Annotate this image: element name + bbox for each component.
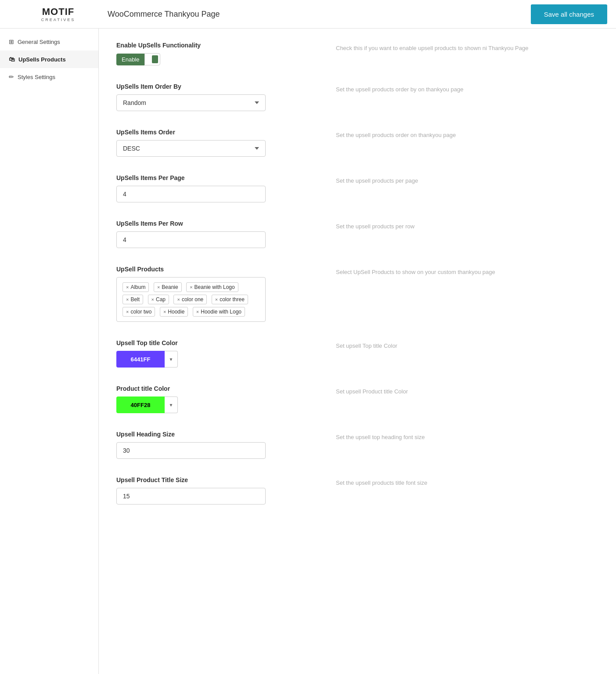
sidebar-item-label-upsells: UpSells Products — [18, 56, 66, 63]
section-enable-upsells: Enable UpSells Functionality Enable Chec… — [116, 42, 598, 65]
pen-icon: ✏ — [9, 73, 14, 80]
settings-left-products: UpSell Products ×Album ×Beanie ×Beanie w… — [116, 266, 310, 322]
settings-left-product-title-size: Upsell Product Title Size — [116, 476, 310, 505]
settings-left-product-title-color: Product title Color 40FF28 ▼ — [116, 385, 310, 413]
input-per-page[interactable] — [116, 186, 266, 202]
tag-beanie: ×Beanie — [154, 282, 182, 292]
tag-remove-belt[interactable]: × — [126, 297, 129, 302]
main-layout: ⊞ General Settings 🛍 UpSells Products ✏ … — [0, 29, 616, 674]
settings-left-heading-size: Upsell Heading Size — [116, 431, 310, 459]
hint-product-title-size: Set the upsell products title font size — [310, 476, 598, 505]
toggle-switch[interactable] — [144, 53, 160, 65]
section-per-page: UpSells Items Per Page Set the upsell pr… — [116, 174, 598, 202]
settings-left-per-row: UpSells Items Per Row — [116, 220, 310, 248]
sidebar-item-upsells-products[interactable]: 🛍 UpSells Products — [0, 50, 98, 68]
color-value-product-title: 40FF28 — [131, 402, 151, 408]
tag-remove-album[interactable]: × — [126, 285, 129, 290]
sidebar-item-label-styles: Styles Settings — [18, 74, 55, 80]
tag-remove-color-two[interactable]: × — [126, 309, 129, 314]
label-heading-size: Upsell Heading Size — [116, 431, 310, 438]
section-product-title-color: Product title Color 40FF28 ▼ Set upsell … — [116, 385, 598, 413]
hint-order: Set the upsell products order on thankyo… — [310, 129, 598, 157]
label-order-by: UpSells Item Order By — [116, 83, 310, 90]
input-product-title-size[interactable] — [116, 488, 266, 505]
sidebar-item-styles-settings[interactable]: ✏ Styles Settings — [0, 68, 98, 86]
hint-per-row: Set the upsell products per row — [310, 220, 598, 248]
settings-left-enable: Enable UpSells Functionality Enable — [116, 42, 310, 65]
section-order: UpSells Items Order DESC ASC Set the ups… — [116, 129, 598, 157]
tag-remove-beanie-logo[interactable]: × — [190, 285, 192, 290]
tag-remove-hoodie-logo[interactable]: × — [196, 309, 199, 314]
hint-product-title-color: Set upsell Product title Color — [310, 385, 598, 413]
page-title: WooCommerce Thankyou Page — [108, 10, 220, 19]
logo-creatives: CREATIVES — [41, 18, 75, 22]
color-swatch-row-product: 40FF28 ▼ — [116, 396, 310, 413]
settings-left-order: UpSells Items Order DESC ASC — [116, 129, 310, 157]
toggle-knob — [152, 55, 158, 63]
input-heading-size[interactable] — [116, 442, 266, 459]
settings-left-top-title-color: Upsell Top title Color 6441FF ▼ — [116, 339, 310, 368]
color-swatch-row-top: 6441FF ▼ — [116, 351, 310, 368]
color-swatch-top-title[interactable]: 6441FF — [116, 351, 165, 368]
bag-icon: 🛍 — [9, 56, 15, 63]
tag-remove-cap[interactable]: × — [151, 297, 154, 302]
grid-icon: ⊞ — [9, 38, 14, 45]
select-order-by[interactable]: Random Date Title Price — [116, 94, 266, 111]
content-area: Enable UpSells Functionality Enable Chec… — [99, 29, 616, 674]
hint-per-page: Set the upsell products per page — [310, 174, 598, 202]
tag-cap: ×Cap — [148, 295, 169, 304]
settings-left-per-page: UpSells Items Per Page — [116, 174, 310, 202]
hint-enable-upsells: Check this if you want to enable upsell … — [310, 42, 598, 65]
save-all-changes-button[interactable]: Save all changes — [531, 4, 607, 24]
tag-remove-color-one[interactable]: × — [177, 297, 180, 302]
hint-order-by: Set the upsell products order by on than… — [310, 83, 598, 111]
select-order[interactable]: DESC ASC — [116, 140, 266, 157]
sidebar-item-label-general: General Settings — [18, 39, 60, 45]
tags-container[interactable]: ×Album ×Beanie ×Beanie with Logo ×Belt ×… — [116, 277, 266, 322]
section-top-title-color: Upsell Top title Color 6441FF ▼ Set upse… — [116, 339, 598, 368]
label-product-title-color: Product title Color — [116, 385, 310, 392]
tag-beanie-with-logo: ×Beanie with Logo — [186, 282, 238, 292]
color-picker-arrow-top[interactable]: ▼ — [165, 351, 178, 368]
section-heading-size: Upsell Heading Size Set the upsell top h… — [116, 431, 598, 459]
tag-album: ×Album — [122, 282, 149, 292]
color-picker-arrow-product[interactable]: ▼ — [165, 396, 178, 413]
tag-belt: ×Belt — [122, 295, 143, 304]
section-per-row: UpSells Items Per Row Set the upsell pro… — [116, 220, 598, 248]
tag-remove-color-three[interactable]: × — [215, 297, 218, 302]
section-product-title-size: Upsell Product Title Size Set the upsell… — [116, 476, 598, 505]
label-product-title-size: Upsell Product Title Size — [116, 476, 310, 483]
label-top-title-color: Upsell Top title Color — [116, 339, 310, 346]
hint-top-title-color: Set upsell Top title Color — [310, 339, 598, 368]
sidebar: ⊞ General Settings 🛍 UpSells Products ✏ … — [0, 29, 99, 674]
label-per-page: UpSells Items Per Page — [116, 174, 310, 181]
tag-color-three: ×color three — [212, 295, 248, 304]
logo-motif: MOTIF — [42, 6, 74, 18]
color-value-top-title: 6441FF — [131, 356, 151, 363]
toggle-container: Enable — [116, 53, 310, 65]
label-per-row: UpSells Items Per Row — [116, 220, 310, 227]
tag-remove-hoodie[interactable]: × — [163, 309, 166, 314]
app-container: MOTIF CREATIVES WooCommerce Thankyou Pag… — [0, 0, 616, 674]
label-upsell-products: UpSell Products — [116, 266, 310, 273]
tag-hoodie: ×Hoodie — [160, 307, 188, 317]
settings-left-order-by: UpSells Item Order By Random Date Title … — [116, 83, 310, 111]
header: MOTIF CREATIVES WooCommerce Thankyou Pag… — [0, 0, 616, 29]
tag-color-one: ×color one — [173, 295, 207, 304]
section-upsell-products: UpSell Products ×Album ×Beanie ×Beanie w… — [116, 266, 598, 322]
hint-upsell-products: Select UpSell Products to show on your c… — [310, 266, 598, 322]
tag-color-two: ×color two — [122, 307, 155, 317]
sidebar-item-general-settings[interactable]: ⊞ General Settings — [0, 33, 98, 50]
color-swatch-product-title[interactable]: 40FF28 — [116, 396, 165, 413]
toggle-enable-button[interactable]: Enable — [116, 54, 144, 65]
tag-hoodie-with-logo: ×Hoodie with Logo — [193, 307, 245, 317]
hint-heading-size: Set the upsell top heading font size — [310, 431, 598, 459]
section-order-by: UpSells Item Order By Random Date Title … — [116, 83, 598, 111]
input-per-row[interactable] — [116, 231, 266, 248]
tag-remove-beanie[interactable]: × — [157, 285, 160, 290]
label-order: UpSells Items Order — [116, 129, 310, 136]
logo: MOTIF CREATIVES — [41, 6, 75, 22]
label-enable-upsells: Enable UpSells Functionality — [116, 42, 310, 49]
